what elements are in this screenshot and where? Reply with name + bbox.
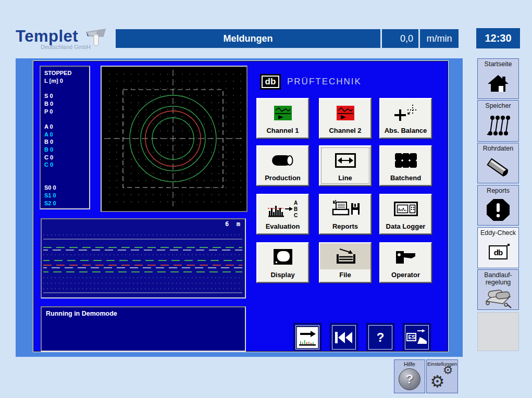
channel-1-button[interactable]: Channel 1 — [256, 98, 309, 139]
sidebar-item-startseite[interactable]: Startseite — [477, 58, 519, 99]
festoon-storage-icon — [486, 109, 511, 141]
reports-button[interactable]: Reports — [319, 194, 372, 234]
strip-chart-display: 6 m — [41, 218, 246, 298]
message-title-bar: Meldungen — [116, 29, 380, 48]
gears-icon: ⚙ ⚙ — [430, 367, 454, 389]
svg-text:ES: ES — [409, 334, 416, 340]
status-line: B 0 — [44, 100, 89, 108]
menu-button-label: Channel 2 — [320, 127, 370, 138]
menu-button-label: Channel 1 — [257, 127, 308, 138]
menu-button-label: Display — [257, 271, 308, 282]
menu-button-label: Operator — [380, 271, 431, 282]
question-mark-icon: ? — [377, 330, 385, 345]
file-icon — [320, 243, 370, 269]
message-box: Running in Demomode — [41, 306, 246, 352]
main-panel-frame: STOPPED L [m] 0 S 0 B 0 P 0 A 0 A 0 B 0 … — [16, 58, 463, 357]
sidebar-label: Reports — [487, 187, 510, 194]
status-line: C 0 — [44, 154, 89, 161]
home-icon — [486, 68, 510, 98]
strip-chart-scale-label: 6 m — [225, 220, 240, 228]
sidebar-item-speicher[interactable]: Speicher — [477, 100, 519, 142]
speed-value-display: 0,0 — [382, 29, 418, 48]
menu-button-label: File — [320, 269, 370, 282]
data-logger-icon — [380, 195, 431, 222]
templet-logo: Templet Deutschland GmbH — [16, 27, 112, 52]
sidebar-label: regelung — [486, 279, 511, 286]
brand-subtitle: Deutschland GmbH — [41, 44, 91, 50]
brand-text: Templet — [16, 27, 78, 46]
db-text: db — [494, 248, 502, 257]
sidebar-label: Rohrdaten — [483, 145, 513, 152]
status-line: S2 0 — [44, 200, 89, 207]
svg-text:B: B — [294, 206, 298, 212]
menu-button-label: Line — [320, 174, 370, 185]
hilfe-button[interactable]: Hilfe ? — [394, 359, 425, 393]
strip-guide-machine-icon — [483, 286, 513, 309]
status-panel: STOPPED L [m] 0 S 0 B 0 P 0 A 0 A 0 B 0 … — [40, 66, 90, 209]
sidebar-label: Bandlauf- — [484, 271, 512, 279]
status-line: L [m] 0 — [44, 77, 89, 85]
alert-octagon-icon — [486, 194, 511, 225]
menu-button-label: Batchend — [380, 174, 431, 185]
status-line: C 0 — [44, 161, 89, 169]
menu-button-label: Reports — [320, 222, 370, 233]
svg-text:A: A — [294, 200, 298, 206]
prueftechnik-name: PRÜFTECHNIK — [287, 77, 362, 87]
status-line — [44, 177, 89, 184]
eddy-check-db-icon: db — [489, 237, 508, 268]
reports-icon — [320, 195, 370, 222]
menu-button-label: Production — [257, 174, 308, 185]
line-button[interactable]: Line — [319, 145, 372, 186]
sidebar-label: Startseite — [485, 60, 512, 68]
sidebar-item-eddy-check[interactable]: Eddy-Check db — [477, 227, 519, 268]
display-button[interactable]: Display — [256, 242, 309, 283]
status-line: S1 0 — [44, 192, 89, 200]
clock-display: 12:30 — [476, 28, 520, 48]
main-panel: STOPPED L [m] 0 S 0 B 0 P 0 A 0 A 0 B 0 … — [33, 61, 448, 352]
menu-button-label: Abs. Balance — [380, 127, 431, 138]
help-button[interactable]: ? — [367, 324, 394, 351]
status-line: S0 0 — [44, 184, 89, 192]
production-icon — [257, 146, 308, 174]
spectrum-view-icon — [295, 325, 319, 350]
evaluation-icon: A B C — [257, 195, 308, 222]
impedance-scope-display — [101, 66, 248, 212]
speed-unit-display: m/min — [420, 29, 459, 48]
status-line: S 0 — [44, 92, 89, 100]
spectrum-view-button[interactable] — [294, 324, 321, 351]
rewind-button[interactable] — [330, 324, 357, 351]
channel-2-button[interactable]: Channel 2 — [319, 98, 372, 139]
status-line — [44, 169, 89, 177]
data-logger-button[interactable]: Data Logger — [379, 194, 432, 234]
es-device-button[interactable]: ES — [403, 324, 430, 351]
evaluation-button[interactable]: A B C Evaluation — [256, 194, 309, 234]
sidebar-label: Speicher — [485, 102, 511, 109]
status-line — [44, 115, 89, 123]
display-icon — [257, 243, 308, 271]
strip-chart-traces — [42, 219, 244, 296]
batchend-button[interactable]: Batchend — [379, 145, 432, 186]
status-line: A 0 — [44, 131, 89, 139]
batchend-icon — [380, 146, 431, 174]
sidebar-label: Eddy-Check — [480, 229, 516, 237]
status-line: B 0 — [44, 146, 89, 154]
channel-1-icon — [257, 99, 308, 127]
abs-balance-button[interactable]: Abs. Balance — [379, 98, 432, 139]
demo-mode-message: Running in Demomode — [46, 310, 241, 317]
menu-button-label: Data Logger — [380, 222, 431, 233]
status-line: P 0 — [44, 108, 89, 116]
sidebar-item-reports[interactable]: Reports — [477, 185, 519, 226]
app-window: Templet Deutschland GmbH Meldungen 0,0 m… — [0, 0, 532, 398]
production-button[interactable]: Production — [256, 145, 309, 186]
sidebar-item-bandlaufregelung[interactable]: Bandlauf- regelung — [477, 269, 519, 310]
einstellungen-button[interactable]: Einstellungen ⚙ ⚙ — [426, 359, 458, 393]
sidebar-item-empty — [477, 312, 519, 351]
es-device-icon: ES — [405, 325, 429, 350]
rewind-icon — [332, 325, 356, 350]
sidebar-item-rohrdaten[interactable]: Rohrdaten — [477, 143, 519, 183]
menu-button-label: Evaluation — [257, 222, 308, 233]
prueftechnik-brand: db PRÜFTECHNIK — [260, 74, 362, 90]
file-button[interactable]: File — [319, 242, 372, 283]
operator-button[interactable]: Operator — [379, 242, 432, 283]
abs-balance-icon — [380, 99, 431, 127]
